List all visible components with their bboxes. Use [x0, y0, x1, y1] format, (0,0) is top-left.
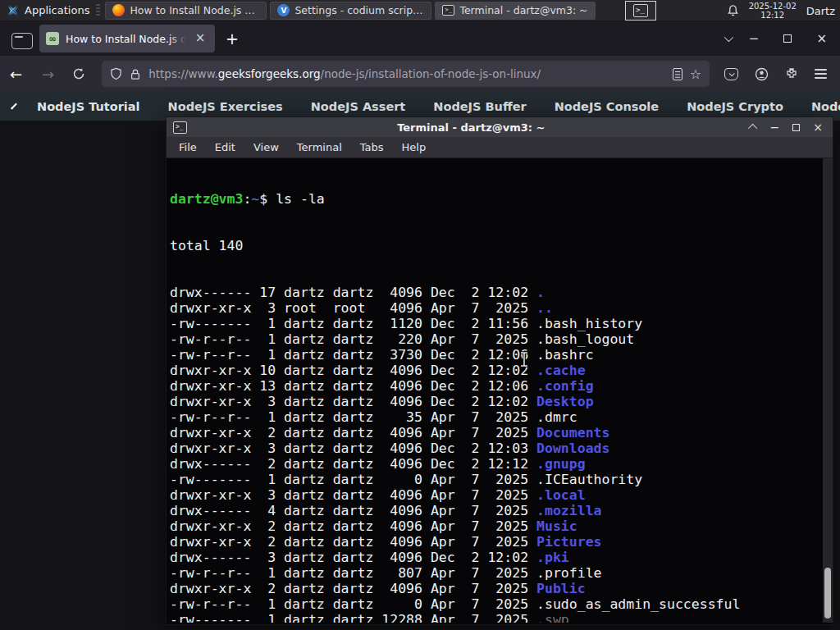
reader-mode-icon[interactable] — [673, 68, 682, 80]
terminal-icon: >_ — [173, 121, 187, 134]
back-button[interactable]: ← — [0, 66, 32, 83]
terminal-icon: >_ — [442, 5, 454, 16]
extensions-icon[interactable] — [785, 67, 798, 80]
forward-button[interactable]: → — [32, 66, 64, 83]
account-icon[interactable] — [755, 67, 769, 81]
taskbar-window-codium[interactable]: V Settings - codium script... — [270, 2, 431, 20]
menu-edit[interactable]: Edit — [208, 139, 243, 156]
panel-separator — [96, 4, 100, 17]
menu-help[interactable]: Help — [395, 139, 434, 156]
nav-scroll-left-icon[interactable] — [11, 103, 17, 110]
terminal-scrollbar-thumb[interactable] — [824, 568, 831, 619]
system-tray: >_ — [625, 1, 656, 21]
terminal-titlebar[interactable]: >_ Terminal - dartz@vm3: ~ − × — [167, 117, 833, 137]
notification-bell-icon[interactable] — [727, 4, 739, 17]
menu-hamburger-icon[interactable] — [815, 69, 827, 79]
shield-icon[interactable] — [110, 67, 122, 80]
taskbar-window-firefox[interactable]: How to Install Node.js o... — [105, 2, 267, 20]
nav-item-exercises[interactable]: NodeJS Exercises — [154, 100, 297, 113]
url-text: https://www.geeksforgeeks.org/node-js/in… — [148, 67, 664, 80]
mouse-cursor — [519, 351, 529, 368]
window-minimize-button[interactable]: − — [742, 33, 766, 45]
desktop: Applications How to Install Node.js o...… — [0, 0, 840, 630]
menu-view[interactable]: View — [246, 139, 286, 156]
url-scheme: https://www. — [148, 67, 218, 80]
terminal-scrollbar[interactable] — [823, 158, 833, 623]
browser-tab-active[interactable]: ∞ How to Install Node.js on × — [39, 25, 215, 52]
menu-file[interactable]: File — [171, 139, 204, 156]
nav-item-tutorial[interactable]: NodeJS Tutorial — [23, 100, 154, 113]
applications-menu-button[interactable]: Applications — [0, 0, 96, 21]
terminal-icon: >_ — [633, 4, 648, 17]
terminal-close-button[interactable]: × — [813, 121, 823, 133]
gfg-favicon: ∞ — [46, 32, 59, 45]
menu-tabs[interactable]: Tabs — [353, 139, 391, 156]
nav-item-buffer[interactable]: NodeJS Buffer — [419, 100, 540, 113]
clock-date: 2025-12-02 — [749, 2, 797, 11]
terminal-launcher-button[interactable]: >_ — [625, 1, 656, 21]
tabbar-controls: − × — [724, 21, 833, 56]
nav-item-console[interactable]: NodeJS Console — [541, 100, 673, 113]
firefox-view-icon[interactable] — [11, 33, 33, 49]
terminal-prompt-line: dartz@vm3:~$ ls -la — [170, 191, 829, 207]
pocket-icon[interactable] — [724, 68, 738, 80]
terminal-window: >_ Terminal - dartz@vm3: ~ − × File Edit… — [166, 116, 833, 625]
new-tab-button[interactable]: + — [220, 26, 244, 51]
browser-tab-bar: ∞ How to Install Node.js on × + − × — [0, 21, 840, 56]
lock-icon[interactable] — [130, 68, 141, 80]
taskbar-label: Terminal - dartz@vm3: ~ — [459, 4, 587, 16]
terminal-menubar: File Edit View Terminal Tabs Help — [167, 137, 833, 158]
taskbar-label: How to Install Node.js o... — [130, 4, 259, 16]
user-menu[interactable]: Dartz — [806, 5, 835, 17]
window-close-button[interactable]: × — [810, 33, 833, 45]
url-host: geeksforgeeks.org — [218, 67, 321, 80]
top-panel: Applications How to Install Node.js o...… — [0, 0, 840, 21]
terminal-window-title: Terminal - dartz@vm3: ~ — [192, 121, 751, 134]
nav-item-assert[interactable]: NodeJS Assert — [297, 100, 420, 113]
applications-label: Applications — [25, 4, 89, 16]
window-maximize-button[interactable] — [783, 34, 792, 43]
terminal-minimize-button[interactable]: − — [770, 121, 780, 133]
terminal-screen[interactable]: dartz@vm3:~$ ls -la total 140 drwx------… — [167, 158, 833, 623]
terminal-maximize-button[interactable] — [792, 124, 800, 131]
list-all-tabs-icon[interactable] — [724, 33, 733, 42]
panel-right-area: 2025-12-02 12:12 Dartz — [727, 0, 835, 21]
reload-button[interactable] — [72, 67, 85, 80]
nav-item-crypto[interactable]: NodeJS Crypto — [673, 100, 797, 113]
taskbar-label: Settings - codium script... — [294, 4, 424, 16]
vscodium-icon: V — [277, 4, 290, 16]
terminal-listing: drwx------ 17 dartz dartz 4096 Dec 2 12:… — [170, 285, 829, 623]
menu-terminal[interactable]: Terminal — [290, 139, 349, 156]
nav-item-dns[interactable]: NodeJS DNS — [797, 100, 840, 113]
browser-toolbar: ← → https://www.geeksforgeeks.org/node-j… — [0, 56, 840, 92]
tab-title: How to Install Node.js on — [66, 33, 185, 45]
url-path: /node-js/installation-of-node-js-on-linu… — [321, 67, 541, 80]
terminal-window-controls: − × — [751, 121, 826, 133]
applications-icon — [7, 4, 20, 17]
clock-time: 12:12 — [749, 11, 797, 20]
clock[interactable]: 2025-12-02 12:12 — [749, 2, 797, 20]
terminal-total-line: total 140 — [170, 238, 829, 253]
taskbar-window-terminal[interactable]: >_ Terminal - dartz@vm3: ~ — [435, 2, 595, 20]
tab-close-icon[interactable]: × — [192, 30, 208, 47]
bookmark-star-icon[interactable]: ☆ — [690, 66, 701, 82]
toolbar-right-icons — [724, 67, 840, 81]
firefox-icon — [112, 4, 125, 16]
url-bar[interactable]: https://www.geeksforgeeks.org/node-js/in… — [102, 61, 710, 87]
